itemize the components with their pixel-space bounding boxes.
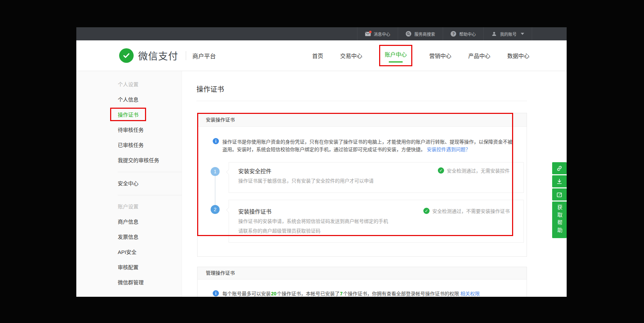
manage-info-part3: 个操作证书，你拥有查看全部登录帐号操作证书的权限 <box>343 291 459 296</box>
nav-item-marketing-center[interactable]: 营销中心 <box>429 51 451 60</box>
manage-info-part1: 每个账号最多可以安装 <box>222 291 271 296</box>
wechat-pay-logo[interactable]: 微信支付 商户平台 <box>119 48 216 63</box>
step-card-install-operation-certificate: 安装操作证书 操作证书的安装申请，系统会将短信验证码发送到商户帐号绑定的手机 请… <box>229 200 524 243</box>
nav-item-account-center[interactable]: 账户中心 <box>385 52 407 58</box>
floating-toolbar: 获取帮助 <box>552 162 567 238</box>
topbar-item-label: 帮助中心 <box>459 31 476 37</box>
step-2-title: 安装操作证书 <box>238 207 271 215</box>
topbar-item-message-center[interactable]: 消息中心 <box>357 27 398 40</box>
sidebar-item-security-center[interactable]: 安全中心 <box>76 176 182 191</box>
get-help-button[interactable]: 获取帮助 <box>552 202 567 238</box>
download-icon <box>556 178 563 185</box>
page-title: 操作证书 <box>196 84 567 94</box>
main-nav: 首页 交易中心 账户中心 营销中心 产品中心 数据中心 <box>312 45 567 66</box>
step-2-status: ✓ 安全检测通过，不需要安装操作证书 <box>423 207 510 214</box>
annotation-box-sidebar-operation-certificate: 操作证书 <box>110 108 146 121</box>
info-icon: i <box>213 138 219 144</box>
sidebar-item-my-submitted-review-tasks[interactable]: 我提交的审核任务 <box>76 153 182 168</box>
step-1-number-badge: 1 <box>211 167 220 176</box>
platform-name: 商户平台 <box>192 51 216 60</box>
nav-item-home[interactable]: 首页 <box>312 51 323 60</box>
sidebar-group-account-settings: 账户设置 <box>76 199 182 214</box>
install-panel-intro: i 操作证书是你使用账户资金的身份凭证，只有在你安装了操作证书的电脑上，才能使用… <box>213 138 520 153</box>
manage-panel-info: i 每个账号最多可以安装20个操作证书，本帐号已安装了7个操作证书，你拥有查看全… <box>213 290 527 297</box>
topbar-item-label: 服务商搜索 <box>414 31 435 37</box>
step-card-install-security-control: 安装安全控件 操作证书属于敏感信息，只有安装了安全控件的用户才可以申请 ✓ 安全… <box>229 162 524 193</box>
link-button[interactable] <box>552 162 567 174</box>
sidebar-item-wechat-group-management[interactable]: 微信群管理 <box>76 275 182 290</box>
nav-active-underline <box>389 61 403 62</box>
topbar-item-service-search[interactable]: 服务商搜索 <box>398 27 443 40</box>
search-icon <box>406 31 412 37</box>
unread-badge <box>369 31 372 33</box>
manage-certificate-panel: 管理操作证书 i 每个账号最多可以安装20个操作证书，本帐号已安装了7个操作证书… <box>197 267 527 297</box>
top-utility-bar: 消息中心 服务商搜索 ? 帮助中心 我的账号 <box>76 27 567 40</box>
nav-item-product-center[interactable]: 产品中心 <box>468 51 490 60</box>
install-control-problem-link[interactable]: 安装控件遇到问题？ <box>427 147 470 152</box>
install-certificate-panel: 安装操作证书 i 操作证书是你使用账户资金的身份凭证，只有在你安装了操作证书的电… <box>197 113 527 257</box>
title-divider <box>196 101 527 101</box>
feedback-button[interactable] <box>552 188 567 200</box>
sidebar-item-api-security[interactable]: API安全 <box>76 245 182 260</box>
sidebar-item-merchant-info[interactable]: 商户信息 <box>76 214 182 229</box>
intro-line-2: 盗用。安装时，系统会短信校验你账户绑定的手机，通过验证即可完成证书的安装，方便快… <box>222 146 512 153</box>
related-permissions-link[interactable]: 相关权限 <box>460 291 480 296</box>
topbar-item-label: 消息中心 <box>374 31 390 37</box>
step-1-title: 安装安全控件 <box>238 167 271 175</box>
site-header: 微信支付 商户平台 首页 交易中心 账户中心 营销中心 产品中心 数据中心 <box>76 40 567 71</box>
install-steps: 1 2 安装安全控件 操作证书属于敏感信息，只有安装了安全控件的用户才可以申请 … <box>198 162 527 243</box>
sidebar-divider <box>118 195 182 195</box>
manage-info-part2: 个操作证书，本帐号已安装了 <box>277 291 340 296</box>
link-icon <box>556 165 563 172</box>
step-2-number-badge: 2 <box>211 205 220 214</box>
user-icon <box>491 31 497 37</box>
nav-item-data-center[interactable]: 数据中心 <box>507 51 529 60</box>
sidebar-item-pending-review-tasks[interactable]: 待审核任务 <box>76 123 182 138</box>
sidebar: 个人设置 个人信息 操作证书 待审核任务 已审核任务 我提交的审核任务 安全中心… <box>76 71 182 297</box>
sidebar-group-personal-settings: 个人设置 <box>76 77 182 92</box>
download-button[interactable] <box>552 175 567 187</box>
sidebar-item-reviewed-tasks[interactable]: 已审核任务 <box>76 138 182 153</box>
sidebar-item-operation-certificate[interactable]: 操作证书 <box>76 107 182 123</box>
intro-line-2-text: 盗用。安装时，系统会短信校验你账户绑定的手机，通过验证即可完成证书的安装，方便快… <box>222 147 425 152</box>
wechat-pay-check-icon <box>119 48 134 63</box>
manage-panel-header: 管理操作证书 <box>198 267 527 280</box>
install-panel-header: 安装操作证书 <box>198 113 527 127</box>
message-icon <box>365 31 371 37</box>
step-connector-line <box>215 176 215 205</box>
intro-line-1: 操作证书是你使用账户资金的身份凭证，只有在你安装了操作证书的电脑上，才能使用你的… <box>222 138 512 146</box>
get-help-label: 获取帮助 <box>552 205 567 235</box>
topbar-item-my-account[interactable]: 我的账号 <box>483 27 532 40</box>
step-1-status: ✓ 安全检测通过，无需安装控件 <box>438 167 510 174</box>
step-2-description-1: 操作证书的安装申请，系统会将短信验证码发送到商户帐号绑定的手机 <box>238 217 388 224</box>
browser-page: 消息中心 服务商搜索 ? 帮助中心 我的账号 微信支付 <box>76 27 567 297</box>
installed-certificates-count: 7 <box>340 291 343 296</box>
step-1-status-text: 安全检测通过，无需安装控件 <box>447 167 510 174</box>
step-1-description: 操作证书属于敏感信息，只有安装了安全控件的用户才可以申请 <box>238 177 374 184</box>
manage-info-text: 每个账号最多可以安装20个操作证书，本帐号已安装了7个操作证书，你拥有查看全部登… <box>222 290 480 297</box>
help-icon: ? <box>451 31 456 37</box>
logo-divider <box>186 51 186 60</box>
check-circle-icon: ✓ <box>438 167 444 174</box>
info-icon: i <box>213 290 219 296</box>
sidebar-item-personal-info[interactable]: 个人信息 <box>76 92 182 107</box>
annotation-box-nav-account-center: 账户中心 <box>379 45 412 66</box>
topbar-item-label: 我的账号 <box>500 31 517 37</box>
sidebar-divider <box>118 172 182 172</box>
brand-name: 微信支付 <box>138 49 178 62</box>
step-2-description-2: 请联系你的商户超级管理员获取验证码 <box>238 227 320 234</box>
topbar-item-help-center[interactable]: ? 帮助中心 <box>443 27 483 40</box>
check-circle-icon: ✓ <box>423 208 430 214</box>
chevron-down-icon <box>521 33 524 35</box>
nav-item-trade-center[interactable]: 交易中心 <box>340 51 362 60</box>
main-content: 操作证书 安装操作证书 i 操作证书是你使用账户资金的身份凭证，只有在你安装了操… <box>182 71 567 297</box>
sidebar-item-label: 操作证书 <box>118 112 138 118</box>
sidebar-item-invoice-info[interactable]: 发票信息 <box>76 229 182 245</box>
edit-icon <box>556 191 563 198</box>
step-2-status-text: 安全检测通过，不需要安装操作证书 <box>432 207 510 214</box>
max-certificates-count: 20 <box>271 291 277 296</box>
sidebar-item-review-config[interactable]: 审核配置 <box>76 260 182 275</box>
